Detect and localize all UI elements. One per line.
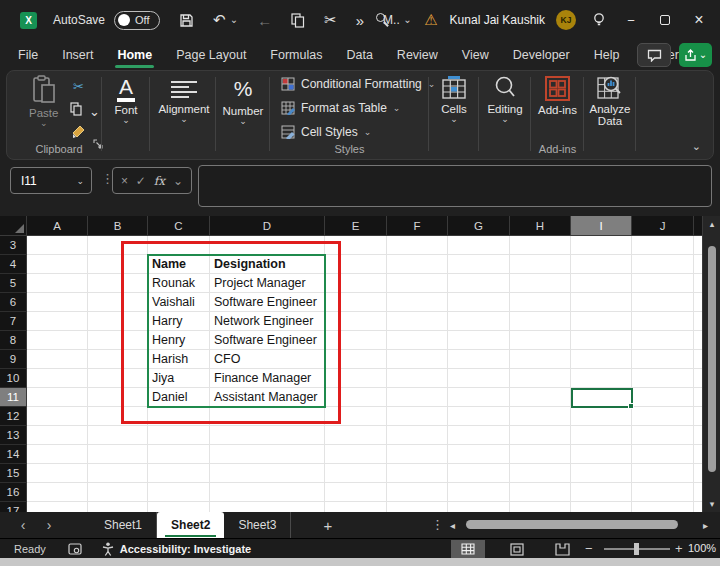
cell-D10[interactable]: Finance Manager (210, 369, 325, 388)
insert-function-icon[interactable]: fx (154, 174, 165, 188)
cell-J10[interactable] (632, 369, 694, 388)
cell-E4[interactable] (325, 255, 387, 274)
cell-A4[interactable] (27, 255, 88, 274)
user-avatar[interactable]: KJ (556, 10, 576, 30)
sheet-tab-sheet3[interactable]: Sheet3 (224, 512, 291, 538)
cell-J8[interactable] (632, 331, 694, 350)
horizontal-scrollbar[interactable]: ◂ ▸ (448, 512, 712, 538)
cell-E3[interactable] (325, 236, 387, 255)
cell-H13[interactable] (510, 426, 571, 445)
cell-D3[interactable] (210, 236, 325, 255)
cell-G16[interactable] (448, 483, 510, 502)
row-header-9[interactable]: 9 (0, 350, 27, 369)
cell-A15[interactable] (27, 464, 88, 483)
scroll-right-icon[interactable]: ▸ (703, 520, 708, 531)
cell-H10[interactable] (510, 369, 571, 388)
cell-D7[interactable]: Network Engineer (210, 312, 325, 331)
cell-I10[interactable] (571, 369, 632, 388)
cell-D13[interactable] (210, 426, 325, 445)
cell-D17[interactable] (210, 502, 325, 512)
scroll-down-icon[interactable]: ▾ (703, 499, 720, 509)
cell-E10[interactable] (325, 369, 387, 388)
row-header-5[interactable]: 5 (0, 274, 27, 293)
cell-B14[interactable] (88, 445, 148, 464)
column-header-H[interactable]: H (510, 216, 571, 236)
column-header-J[interactable]: J (632, 216, 694, 236)
cell-E16[interactable] (325, 483, 387, 502)
cell-C12[interactable] (148, 407, 210, 426)
cell-H14[interactable] (510, 445, 571, 464)
tab-page-layout[interactable]: Page Layout (164, 40, 258, 70)
cell-J14[interactable] (632, 445, 694, 464)
column-header-F[interactable]: F (387, 216, 448, 236)
tab-home[interactable]: Home (105, 40, 164, 70)
cell-H16[interactable] (510, 483, 571, 502)
cell-H11[interactable] (510, 388, 571, 407)
cell-J7[interactable] (632, 312, 694, 331)
column-header-I[interactable]: I (571, 216, 632, 236)
cell-C4[interactable]: Name (148, 255, 210, 274)
cell-H4[interactable] (510, 255, 571, 274)
cell-F14[interactable] (387, 445, 448, 464)
cell-A12[interactable] (27, 407, 88, 426)
cell-D16[interactable] (210, 483, 325, 502)
cell-B16[interactable] (88, 483, 148, 502)
cell-H12[interactable] (510, 407, 571, 426)
undo-chevron-icon[interactable]: ⌄ (230, 15, 238, 25)
cell-B12[interactable] (88, 407, 148, 426)
column-header-A[interactable]: A (27, 216, 88, 236)
editing-button[interactable]: Editing ⌄ (480, 75, 530, 124)
sheet-tab-sheet1[interactable]: Sheet1 (90, 512, 157, 538)
save-icon[interactable] (179, 13, 194, 28)
cell-C7[interactable]: Harry (148, 312, 210, 331)
cell-H5[interactable] (510, 274, 571, 293)
cell-I16[interactable] (571, 483, 632, 502)
format-as-table-button[interactable]: Format as Table⌄ (281, 101, 400, 115)
cell-B17[interactable] (88, 502, 148, 512)
cell-G4[interactable] (448, 255, 510, 274)
cell-C9[interactable]: Harish (148, 350, 210, 369)
cell-F13[interactable] (387, 426, 448, 445)
zoom-slider-thumb[interactable] (634, 543, 639, 555)
cell-B7[interactable] (88, 312, 148, 331)
cell-G5[interactable] (448, 274, 510, 293)
cell-A7[interactable] (27, 312, 88, 331)
cell-C14[interactable] (148, 445, 210, 464)
column-header-E[interactable]: E (325, 216, 387, 236)
cell-E5[interactable] (325, 274, 387, 293)
cell-I12[interactable] (571, 407, 632, 426)
number-button[interactable]: % Number ⌄ (217, 75, 269, 126)
cell-F6[interactable] (387, 293, 448, 312)
cell-F15[interactable] (387, 464, 448, 483)
normal-view-button[interactable] (451, 540, 485, 558)
page-break-view-button[interactable] (545, 540, 579, 558)
column-header-C[interactable]: C (148, 216, 210, 236)
tab-developer[interactable]: Developer (501, 40, 582, 70)
row-header-7[interactable]: 7 (0, 312, 27, 331)
cell-E14[interactable] (325, 445, 387, 464)
row-header-4[interactable]: 4 (0, 255, 27, 274)
cell-F17[interactable] (387, 502, 448, 512)
cell-A10[interactable] (27, 369, 88, 388)
cell-F5[interactable] (387, 274, 448, 293)
column-header-D[interactable]: D (210, 216, 325, 236)
cell-B3[interactable] (88, 236, 148, 255)
autosave-toggle[interactable]: Off (114, 11, 160, 30)
formula-chevron-icon[interactable]: ⌄ (173, 175, 183, 187)
cell-A16[interactable] (27, 483, 88, 502)
copy-chevron-icon[interactable]: ⌄ (89, 105, 100, 118)
copy-small-icon[interactable] (70, 102, 83, 116)
cell-A14[interactable] (27, 445, 88, 464)
page-layout-view-button[interactable] (500, 540, 534, 558)
close-button[interactable]: × (682, 0, 716, 40)
cell-H15[interactable] (510, 464, 571, 483)
cell-G8[interactable] (448, 331, 510, 350)
cell-G17[interactable] (448, 502, 510, 512)
selected-cell-I11[interactable] (571, 388, 633, 408)
lightbulb-icon[interactable] (592, 12, 606, 28)
tab-file[interactable]: File (6, 40, 50, 70)
share-button[interactable]: ⌄ (679, 43, 712, 67)
confirm-entry-icon[interactable]: ✓ (136, 174, 146, 188)
cell-G10[interactable] (448, 369, 510, 388)
cell-A9[interactable] (27, 350, 88, 369)
